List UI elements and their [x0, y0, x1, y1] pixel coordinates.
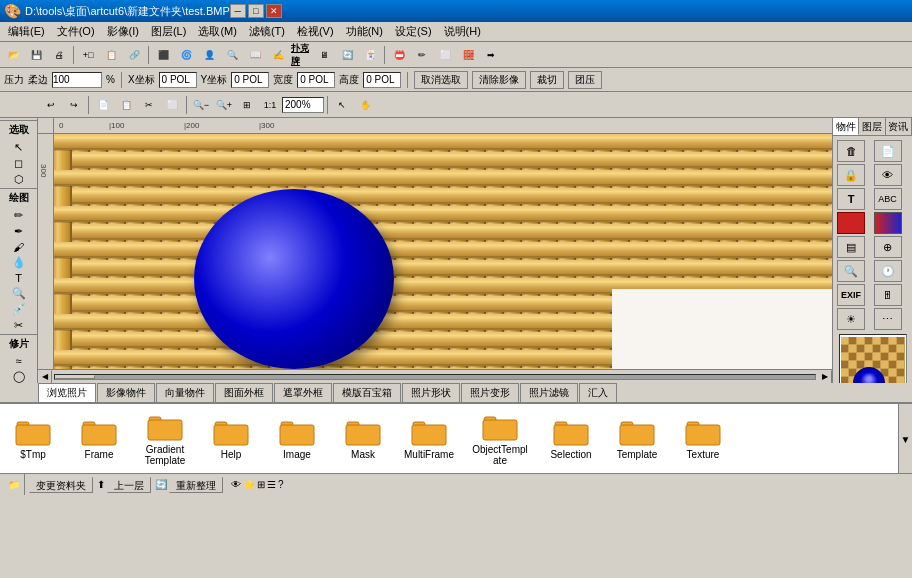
folder-scroll-btn[interactable]: ▼: [898, 404, 912, 473]
dodge-tool[interactable]: ◯: [5, 369, 33, 383]
eye-btn[interactable]: 👁: [874, 164, 902, 186]
folder-texture[interactable]: Texture: [678, 417, 728, 460]
abc-btn[interactable]: ABC: [874, 188, 902, 210]
zoom-value[interactable]: [282, 97, 324, 113]
hscroll-track[interactable]: [54, 374, 816, 380]
brush-tool[interactable]: 🖌: [5, 240, 33, 254]
overlay-btn[interactable]: ⊕: [874, 236, 902, 258]
folder-template[interactable]: Template: [612, 417, 662, 460]
tb-load[interactable]: 📂: [2, 44, 24, 66]
rect-select-tool[interactable]: ◻: [5, 156, 33, 171]
hscroll-left[interactable]: ◀: [38, 370, 52, 384]
tb-desktop[interactable]: 🖥: [313, 44, 335, 66]
cut-btn[interactable]: ✂: [138, 94, 160, 116]
type-T-btn[interactable]: T: [837, 188, 865, 210]
folder-selection[interactable]: Selection: [546, 417, 596, 460]
pressure-input[interactable]: [52, 72, 102, 88]
redo-btn[interactable]: ↪: [63, 94, 85, 116]
text-tool[interactable]: T: [5, 271, 33, 285]
btab-photo-shape[interactable]: 照片形状: [402, 383, 460, 402]
tb-names[interactable]: 📛: [388, 44, 410, 66]
cursor-tool[interactable]: ↖: [331, 94, 353, 116]
gradient-btn[interactable]: [874, 212, 902, 234]
btab-vector-obj[interactable]: 向量物件: [156, 383, 214, 402]
paste-btn[interactable]: 📋: [115, 94, 137, 116]
zoom-view-btn[interactable]: 🔍: [837, 260, 865, 282]
folder-frame[interactable]: Frame: [74, 417, 124, 460]
menu-help[interactable]: 说明(H): [438, 22, 487, 41]
folder-gradient[interactable]: GradientTemplate: [140, 412, 190, 466]
clock-btn[interactable]: 🕐: [874, 260, 902, 282]
blur-tool[interactable]: ≈: [5, 354, 33, 368]
folder-objecttemplate[interactable]: ObjectTemplate: [470, 412, 530, 466]
menu-image[interactable]: 影像(I): [101, 22, 145, 41]
group-btn[interactable]: 团压: [568, 71, 602, 89]
x-input[interactable]: [159, 72, 197, 88]
tb-puzzle[interactable]: ⬛: [152, 44, 174, 66]
tb-photostitch[interactable]: 🔗: [123, 44, 145, 66]
crop-tool[interactable]: ✂: [5, 318, 33, 333]
tb-card[interactable]: 🃏: [359, 44, 381, 66]
canvas-wrapper[interactable]: [54, 134, 832, 369]
folder-tmp[interactable]: $Tmp: [8, 417, 58, 460]
hscroll-right[interactable]: ▶: [818, 370, 832, 384]
tool-select[interactable]: ⬜: [161, 94, 183, 116]
tb-writephoto[interactable]: ✍: [267, 44, 289, 66]
btab-photo-transform[interactable]: 照片变形: [461, 383, 519, 402]
fill-tool[interactable]: 💧: [5, 255, 33, 270]
maximize-button[interactable]: □: [248, 4, 264, 18]
fit-btn[interactable]: ⊞: [236, 94, 258, 116]
close-button[interactable]: ✕: [266, 4, 282, 18]
zoom-in-btn[interactable]: 🔍+: [213, 94, 235, 116]
y-input[interactable]: [231, 72, 269, 88]
menu-layer[interactable]: 图层(L): [145, 22, 192, 41]
more-btn[interactable]: ⋯: [874, 308, 902, 330]
menu-settings[interactable]: 设定(S): [389, 22, 438, 41]
up-layer-btn[interactable]: 上一层: [107, 477, 151, 493]
tb-washphoto[interactable]: 🔄: [336, 44, 358, 66]
copy-obj-btn[interactable]: 📄: [874, 140, 902, 162]
exif-btn[interactable]: EXIF: [837, 284, 865, 306]
folder-mask[interactable]: Mask: [338, 417, 388, 460]
zoom-out-btn[interactable]: 🔍−: [190, 94, 212, 116]
pattern-btn[interactable]: ▤: [837, 236, 865, 258]
change-folder-btn[interactable]: 变更资料夹: [29, 477, 93, 493]
hand-tool[interactable]: ✋: [354, 94, 376, 116]
reorganize-btn[interactable]: 重新整理: [169, 477, 223, 493]
undo-btn[interactable]: ↩: [40, 94, 62, 116]
arrow-tool[interactable]: ↖: [5, 140, 33, 155]
menu-file[interactable]: 文件(O): [51, 22, 101, 41]
menu-function[interactable]: 功能(N): [340, 22, 389, 41]
btab-mask-frame[interactable]: 遮罩外框: [274, 383, 332, 402]
btab-image-obj[interactable]: 影像物件: [97, 383, 155, 402]
tb-photoedit[interactable]: ✏: [411, 44, 433, 66]
del-btn[interactable]: 🗑: [837, 140, 865, 162]
height-input[interactable]: [363, 72, 401, 88]
tb-outerframe[interactable]: ⬜: [434, 44, 456, 66]
btab-canvas-frame[interactable]: 图面外框: [215, 383, 273, 402]
tb-bighead[interactable]: 👤: [198, 44, 220, 66]
menu-view[interactable]: 检视(V): [291, 22, 340, 41]
tb-print[interactable]: 🖨: [48, 44, 70, 66]
copy-btn[interactable]: 📄: [92, 94, 114, 116]
tb-save[interactable]: 💾: [25, 44, 47, 66]
pen-tool[interactable]: ✒: [5, 224, 33, 239]
eyedrop-tool[interactable]: 💉: [5, 302, 33, 317]
btab-browse[interactable]: 浏览照片: [38, 383, 96, 402]
crop-btn[interactable]: 裁切: [530, 71, 564, 89]
tb-vector[interactable]: ➡: [480, 44, 502, 66]
brightness-btn[interactable]: ☀: [837, 308, 865, 330]
menu-filter[interactable]: 滤镜(T): [243, 22, 291, 41]
lock-btn[interactable]: 🔒: [837, 164, 865, 186]
tb-shrink[interactable]: 🔍: [221, 44, 243, 66]
menu-select[interactable]: 选取(M): [192, 22, 243, 41]
clear-image-btn[interactable]: 清除影像: [472, 71, 526, 89]
btab-template-box[interactable]: 模版百宝箱: [333, 383, 401, 402]
tb-add-frame[interactable]: +□: [77, 44, 99, 66]
minimize-button[interactable]: ─: [230, 4, 246, 18]
folder-multiframe[interactable]: MultiFrame: [404, 417, 454, 460]
cancel-select-btn[interactable]: 取消选取: [414, 71, 468, 89]
width-input[interactable]: [297, 72, 335, 88]
tb-book[interactable]: 📖: [244, 44, 266, 66]
tb-pokercard[interactable]: 扑克牌: [290, 44, 312, 66]
